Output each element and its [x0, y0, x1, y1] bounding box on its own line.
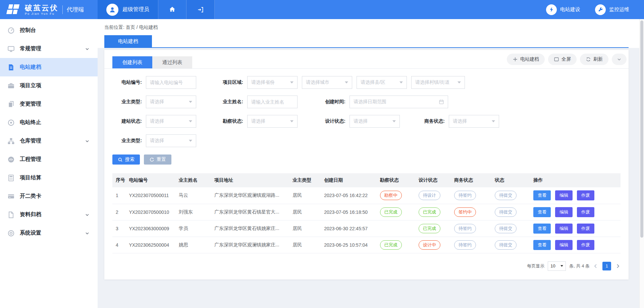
col-status: 状态 [491, 173, 530, 187]
void-button[interactable]: 作废 [577, 190, 594, 200]
business-status-select[interactable]: 请选择 [449, 115, 499, 128]
tab-passed-list[interactable]: 通过列表 [152, 56, 192, 68]
col-date: 创建日期 [321, 173, 377, 187]
page-tab-station-archive[interactable]: 电站建档 [104, 35, 152, 47]
collapse-button[interactable] [612, 54, 627, 65]
home-button[interactable] [158, 0, 186, 19]
build-status-select[interactable]: 请选择 [146, 115, 196, 128]
build-status-placeholder: 请选择 [150, 118, 164, 124]
province-select[interactable]: 请选择省份 [247, 76, 298, 89]
survey-status-badge: 已完成 [380, 207, 402, 217]
reset-icon [149, 157, 154, 162]
design-status-select[interactable]: 请选择 [350, 115, 400, 128]
field-create-time: 创建时间: 请选择日期范围 [316, 96, 621, 108]
edit-button[interactable]: 编辑 [555, 207, 573, 217]
date-range-input[interactable]: 请选择日期范围 [350, 96, 448, 108]
owner-type-2-select[interactable]: 请选择 [146, 134, 196, 147]
cell-type: 居民 [289, 220, 321, 237]
sidebar-item-station-termination[interactable]: 电站终止 [0, 113, 98, 132]
monitor-icon [7, 45, 15, 53]
prev-page-icon[interactable] [593, 263, 598, 269]
view-button[interactable]: 查看 [533, 240, 551, 250]
view-button[interactable]: 查看 [533, 190, 551, 200]
create-station-label: 电站建档 [520, 56, 539, 62]
survey-status-select[interactable]: 请选择 [247, 115, 298, 128]
refresh-button[interactable]: 刷新 [580, 54, 608, 65]
view-button[interactable]: 查看 [533, 224, 551, 234]
caret-down-icon [189, 101, 192, 103]
next-page-icon[interactable] [615, 263, 621, 269]
station-code-input[interactable] [146, 76, 196, 89]
reset-button[interactable]: 重置 [144, 155, 171, 165]
home-icon [169, 6, 176, 13]
cell-address: 广东深圳龙华区黄石镇姚家庄... [211, 220, 289, 237]
target-icon [7, 119, 15, 126]
cell-date: 2023-07-05 16:42:22 [321, 187, 377, 204]
chevron-down-icon [85, 47, 90, 51]
caret-down-icon [345, 81, 348, 83]
search-button[interactable]: 搜索 [112, 155, 140, 165]
panel-head: 创建列表 通过列表 电站建档 全屏 [104, 50, 629, 69]
village-select[interactable]: 请选择村镇/街道 [411, 76, 465, 89]
scrollbar-thumb[interactable] [640, 20, 643, 238]
status-badge: 待提交 [495, 191, 517, 200]
owner-type-select[interactable]: 请选择 [146, 96, 196, 108]
sitemap-icon [7, 137, 15, 145]
field-business-status: 商务状态: 请选择 [415, 115, 621, 128]
fullscreen-button[interactable]: 全屏 [548, 54, 577, 65]
sidebar-item-data-archive[interactable]: 资料归档 [0, 205, 98, 224]
page-number-1[interactable]: 1 [602, 262, 611, 270]
per-page-select[interactable]: 10 [548, 261, 566, 271]
county-select[interactable]: 请选择县/区 [357, 76, 407, 89]
nav-station-build[interactable]: 电站建设 [546, 4, 580, 15]
sidebar-item-change-mgmt[interactable]: 变更管理 [0, 95, 98, 113]
sidebar-item-console[interactable]: 控制台 [0, 21, 98, 40]
logout-button[interactable] [186, 0, 215, 19]
void-button[interactable]: 作废 [577, 224, 594, 234]
survey-status-badge: 勘察中 [380, 191, 402, 200]
view-button[interactable]: 查看 [533, 207, 551, 217]
user-menu[interactable]: 超级管理员 [98, 0, 158, 19]
sidebar-item-label: 资料归档 [20, 211, 41, 218]
sidebar-item-system-settings[interactable]: 系统设置 [0, 224, 98, 242]
wrench-icon [598, 7, 603, 12]
cell-code: YX2023070500011 [125, 187, 175, 204]
business-status-badge: 待签约 [454, 224, 476, 233]
page-tab-line: 电站建档 [104, 35, 629, 48]
sidebar-item-label: 系统设置 [20, 230, 41, 237]
edit-button[interactable]: 编辑 [555, 190, 573, 200]
void-button[interactable]: 作废 [577, 240, 594, 250]
business-status-badge: 签约中 [454, 207, 476, 217]
design-status-badge: 设计中 [419, 240, 440, 250]
panel-toolbar: 电站建档 全屏 刷新 [507, 54, 627, 65]
search-button-row: 搜索 重置 [104, 147, 629, 165]
sidebar-item-label: 电站建档 [20, 64, 41, 71]
tab-create-list[interactable]: 创建列表 [112, 56, 152, 68]
col-owner: 业主姓名 [175, 173, 211, 187]
sidebar-item-project-initiation[interactable]: 项目立项 [0, 76, 98, 95]
edit-button[interactable]: 编辑 [555, 224, 573, 234]
sidebar-item-station-archive[interactable]: 电站建档 [0, 58, 98, 76]
city-select[interactable]: 请选择城市 [302, 76, 352, 89]
business-status-badge: 待签约 [454, 240, 476, 250]
fullscreen-label: 全屏 [561, 56, 571, 62]
logout-icon [197, 6, 204, 13]
sidebar-item-warehouse-mgmt[interactable]: 仓库管理 [0, 132, 98, 150]
field-owner-name: 业主姓名: [214, 96, 316, 108]
cell-owner: 学员 [175, 220, 211, 237]
caret-down-icon [290, 120, 293, 122]
sidebar-item-label: 变更管理 [20, 101, 41, 108]
sidebar-item-engineering-mgmt[interactable]: 工程管理 [0, 150, 98, 169]
scrollbar-track[interactable] [639, 19, 644, 308]
nav-monitor-ops[interactable]: 监控运维 [595, 4, 629, 15]
table-row: 3 YX2023063000009 学员 广东深圳龙华区黄石镇姚家庄... 居民… [112, 220, 621, 237]
void-button[interactable]: 作废 [577, 207, 594, 217]
sidebar-item-project-settlement[interactable]: 项目结算 [0, 169, 98, 187]
create-station-button[interactable]: 电站建档 [507, 54, 545, 65]
sidebar-item-general-mgmt[interactable]: 常规管理 [0, 40, 98, 58]
sidebar-item-class2-card[interactable]: 开二类卡 [0, 187, 98, 205]
cell-no: 4 [112, 237, 125, 253]
owner-name-input[interactable] [247, 96, 298, 108]
edit-button[interactable]: 编辑 [555, 240, 573, 250]
console-gauge-icon [7, 27, 15, 34]
